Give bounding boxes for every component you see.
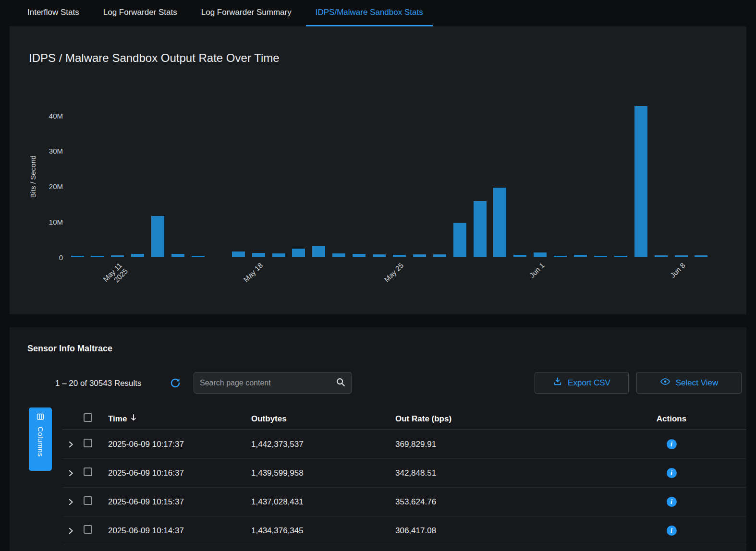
tab-interflow-stats[interactable]: Interflow Stats xyxy=(18,0,89,26)
tab-log-forwarder-summary[interactable]: Log Forwarder Summary xyxy=(192,0,301,26)
export-csv-button[interactable]: Export CSV xyxy=(535,372,629,394)
export-csv-label: Export CSV xyxy=(568,378,610,388)
y-axis-tick: 30M xyxy=(49,147,63,155)
search-box[interactable] xyxy=(194,372,352,394)
columns-button-label: Columns xyxy=(37,427,45,457)
row-checkbox[interactable] xyxy=(84,467,92,476)
chart-bar xyxy=(513,255,526,257)
sort-desc-icon[interactable] xyxy=(130,413,137,424)
outrate-cell: 306,417.08 xyxy=(390,526,597,536)
chart-bar xyxy=(131,254,144,257)
table-panel: Sensor Info Maltrace 1 – 20 of 30543 Res… xyxy=(10,327,746,551)
chart-bar xyxy=(493,188,506,257)
tab-idps-malware-sandbox-stats[interactable]: IDPS/Malware Sandbox Stats xyxy=(306,0,433,26)
info-icon[interactable]: i xyxy=(667,468,677,478)
row-checkbox[interactable] xyxy=(84,496,92,505)
y-axis-label: Bits / Second xyxy=(29,156,37,198)
chart-bar xyxy=(192,256,205,257)
row-checkbox[interactable] xyxy=(84,525,92,534)
chart-bar xyxy=(453,223,466,257)
table-body: 2025-06-09 10:17:371,442,373,537369,829.… xyxy=(62,430,746,545)
table-header-row: Time Outbytes Out Rate (bps) Actions xyxy=(62,408,746,430)
chart-bar xyxy=(554,256,567,257)
refresh-icon[interactable] xyxy=(170,377,181,391)
download-icon xyxy=(553,377,562,389)
chart-bar xyxy=(393,255,406,257)
chart-bar xyxy=(71,256,84,257)
outrate-cell: 353,624.76 xyxy=(390,497,597,507)
select-view-button[interactable]: Select View xyxy=(636,372,742,394)
header-outrate[interactable]: Out Rate (bps) xyxy=(390,414,597,424)
y-axis-tick: 10M xyxy=(49,218,63,226)
columns-icon xyxy=(36,412,45,423)
chart-bar xyxy=(675,255,688,257)
chart-bar xyxy=(292,249,305,257)
chart-bar xyxy=(91,256,104,257)
chart-bar xyxy=(413,254,426,257)
chart-bar xyxy=(634,106,647,257)
chart-bar xyxy=(474,201,487,257)
time-cell: 2025-06-09 10:14:37 xyxy=(104,526,246,536)
y-axis-tick: 20M xyxy=(49,182,63,191)
info-icon[interactable]: i xyxy=(667,526,677,536)
chart-panel: IDPS / Malware Sandbox Output Rate Over … xyxy=(10,26,746,314)
header-time[interactable]: Time xyxy=(104,413,246,424)
row-expand-button[interactable] xyxy=(62,527,82,535)
y-axis-tick: 40M xyxy=(49,111,63,120)
info-icon[interactable]: i xyxy=(667,497,677,507)
info-icon[interactable]: i xyxy=(667,439,677,449)
outbytes-cell: 1,434,376,345 xyxy=(246,526,390,536)
outrate-cell: 369,829.91 xyxy=(390,440,597,449)
chart-bar xyxy=(151,216,164,257)
data-table: Time Outbytes Out Rate (bps) Actions 202… xyxy=(62,408,746,545)
row-expand-button[interactable] xyxy=(62,440,82,449)
chart-bar xyxy=(655,255,668,257)
search-icon[interactable] xyxy=(335,377,346,389)
chart-bar xyxy=(353,254,366,257)
row-checkbox[interactable] xyxy=(84,439,92,447)
outbytes-cell: 1,442,373,537 xyxy=(246,440,390,449)
tab-bar: Interflow Stats Log Forwarder Stats Log … xyxy=(0,0,756,26)
chart-bar xyxy=(171,254,184,257)
chart-bar xyxy=(574,255,587,257)
row-expand-button[interactable] xyxy=(62,498,82,506)
outrate-cell: 342,848.51 xyxy=(390,468,597,478)
time-cell: 2025-06-09 10:15:37 xyxy=(104,497,246,507)
table-row: 2025-06-09 10:15:371,437,028,431353,624.… xyxy=(62,488,746,516)
select-all-checkbox[interactable] xyxy=(84,413,92,422)
row-expand-button[interactable] xyxy=(62,469,82,478)
chart-bar xyxy=(695,255,707,257)
search-input[interactable] xyxy=(200,379,335,387)
select-view-label: Select View xyxy=(676,378,719,388)
y-axis-tick: 0 xyxy=(59,253,63,262)
tab-log-forwarder-stats[interactable]: Log Forwarder Stats xyxy=(94,0,187,26)
chart-bar xyxy=(252,253,265,257)
chart-bar xyxy=(373,254,386,257)
chart-bar xyxy=(594,256,607,257)
header-outbytes[interactable]: Outbytes xyxy=(246,414,390,424)
header-time-label: Time xyxy=(108,414,127,424)
plot-area: 010M20M30M40MMay 112025May 18May 25Jun 1… xyxy=(70,96,710,257)
chart-bar xyxy=(433,254,446,257)
table-row: 2025-06-09 10:16:371,439,599,958342,848.… xyxy=(62,459,746,488)
outbytes-cell: 1,437,028,431 xyxy=(246,497,390,507)
chart-bar xyxy=(312,246,325,257)
time-cell: 2025-06-09 10:16:37 xyxy=(104,468,246,478)
table-row: 2025-06-09 10:14:371,434,376,345306,417.… xyxy=(62,516,746,545)
header-actions: Actions xyxy=(597,414,746,424)
chart-bar xyxy=(232,252,245,257)
chart-bar xyxy=(332,253,345,257)
columns-button[interactable]: Columns xyxy=(29,407,52,471)
section-title: Sensor Info Maltrace xyxy=(27,344,112,354)
chart-title: IDPS / Malware Sandbox Output Rate Over … xyxy=(29,51,280,65)
chart-bar xyxy=(614,256,627,257)
chart-bar xyxy=(534,252,547,257)
table-row: 2025-06-09 10:17:371,442,373,537369,829.… xyxy=(62,430,746,459)
results-count: 1 – 20 of 30543 Results xyxy=(55,379,142,388)
chart-bar xyxy=(272,253,285,257)
eye-icon xyxy=(660,376,671,389)
time-cell: 2025-06-09 10:17:37 xyxy=(104,440,246,449)
chart-bar xyxy=(111,255,124,257)
outbytes-cell: 1,439,599,958 xyxy=(246,468,390,478)
